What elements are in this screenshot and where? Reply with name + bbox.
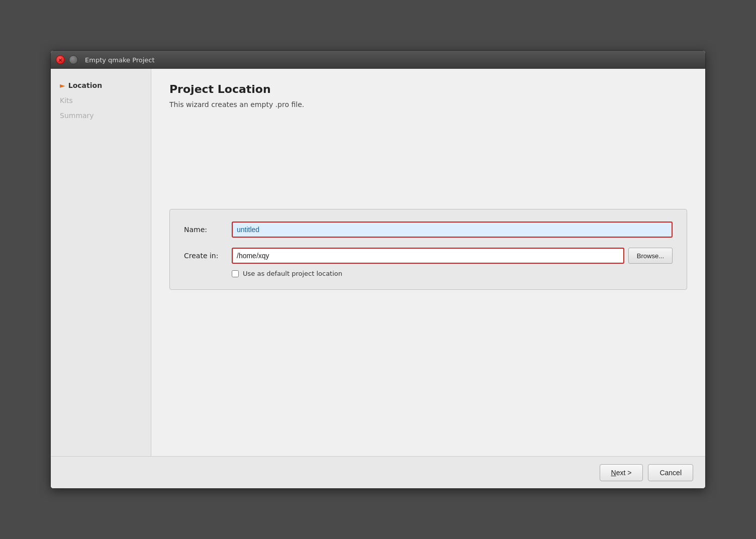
default-location-checkbox[interactable] [232,270,239,277]
create-in-label: Create in: [184,252,232,260]
browse-button[interactable]: Browse... [628,248,673,264]
minimize-button[interactable] [69,55,78,64]
name-row: Name: [184,222,673,238]
page-subtitle: This wizard creates an empty .pro file. [169,100,687,109]
name-label: Name: [184,226,232,234]
page-title: Project Location [169,83,687,95]
sidebar-item-kits-label: Kits [60,96,73,104]
sidebar-item-summary[interactable]: Summary [56,109,146,122]
main-panel: Project Location This wizard creates an … [151,69,705,456]
window-title: Empty qmake Project [85,56,155,64]
close-button[interactable] [56,55,65,64]
sidebar-item-summary-label: Summary [60,112,94,120]
footer: Next > Cancel [51,456,705,488]
sidebar-item-location[interactable]: ► Location [56,79,146,92]
content-area: ► Location Kits Summary Project Location… [51,69,705,456]
cancel-button[interactable]: Cancel [648,464,693,481]
next-button[interactable]: Next > [600,464,643,481]
main-window: Empty qmake Project ► Location Kits Summ… [50,50,706,489]
sidebar: ► Location Kits Summary [51,69,151,456]
next-button-label: Next > [611,469,632,477]
sidebar-item-kits[interactable]: Kits [56,94,146,107]
arrow-icon: ► [60,81,65,89]
checkbox-row: Use as default project location [232,270,673,277]
sidebar-item-location-label: Location [68,81,102,89]
create-in-row: Create in: Browse... [184,248,673,264]
titlebar: Empty qmake Project [51,51,705,69]
create-in-input[interactable] [232,248,624,264]
name-input[interactable] [232,222,673,238]
form-area: Name: Create in: Browse... Use as defaul… [169,209,687,290]
checkbox-label: Use as default project location [243,270,342,277]
